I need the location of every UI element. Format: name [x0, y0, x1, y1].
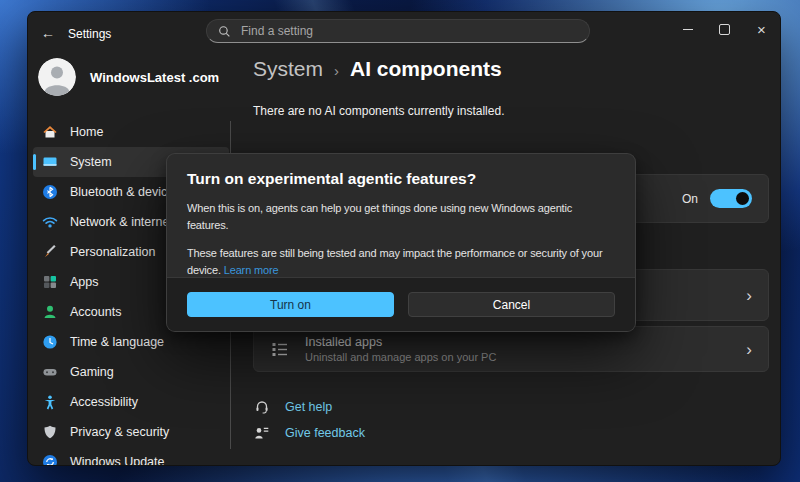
page-title: AI components — [350, 57, 502, 81]
sidebar-item-label: Home — [70, 125, 103, 139]
settings-window: ← Settings × WindowsLatest .com Home Sys… — [27, 11, 781, 466]
window-controls: × — [669, 12, 780, 46]
apps-icon — [42, 274, 58, 290]
get-help-label: Get help — [285, 400, 332, 414]
sidebar-item-label: Network & internet — [70, 215, 173, 229]
sidebar-item-windows-update[interactable]: Windows Update — [33, 447, 229, 466]
back-button[interactable]: ← — [34, 21, 62, 45]
dialog-footer: Turn on Cancel — [167, 277, 635, 331]
dialog-title: Turn on experimental agentic features? — [187, 170, 615, 188]
sidebar-item-label: Personalization — [70, 245, 155, 259]
dialog-text-1: When this is on, agents can help you get… — [187, 200, 615, 233]
learn-more-link[interactable]: Learn more — [224, 264, 279, 276]
cancel-button[interactable]: Cancel — [408, 292, 615, 317]
chevron-right-icon: › — [746, 287, 752, 304]
avatar — [38, 58, 76, 96]
sidebar-item-home[interactable]: Home — [33, 117, 229, 147]
sidebar-item-label: Accounts — [70, 305, 121, 319]
shield-icon — [42, 424, 58, 440]
close-icon: × — [757, 22, 766, 37]
accessibility-icon — [42, 394, 58, 410]
get-help-icon — [253, 398, 271, 416]
agentic-features-dialog: Turn on experimental agentic features? W… — [166, 153, 636, 332]
sidebar-item-gaming[interactable]: Gaming — [33, 357, 229, 387]
installed-apps-icon — [270, 340, 289, 359]
sidebar-item-label: Gaming — [70, 365, 114, 379]
agentic-features-toggle[interactable] — [710, 189, 752, 208]
gamepad-icon — [42, 364, 58, 380]
sidebar-item-label: Privacy & security — [70, 425, 169, 439]
search-box[interactable] — [206, 19, 590, 43]
bluetooth-icon — [42, 184, 58, 200]
give-feedback-icon — [253, 424, 271, 442]
breadcrumb-separator-icon: › — [334, 62, 339, 79]
turn-on-button[interactable]: Turn on — [187, 292, 394, 317]
get-help-link[interactable]: Get help — [253, 398, 332, 416]
give-feedback-label: Give feedback — [285, 426, 365, 440]
clock-icon — [42, 334, 58, 350]
search-icon — [218, 25, 231, 38]
sidebar-item-privacy-security[interactable]: Privacy & security — [33, 417, 229, 447]
close-button[interactable]: × — [743, 12, 780, 46]
app-title: Settings — [68, 27, 111, 41]
sidebar-item-label: Windows Update — [70, 455, 165, 466]
toggle-state-label: On — [682, 192, 698, 206]
update-icon — [42, 454, 58, 466]
dialog-body: Turn on experimental agentic features? W… — [167, 154, 635, 294]
minimize-button[interactable] — [669, 12, 706, 46]
paintbrush-icon — [42, 244, 58, 260]
person-icon — [42, 304, 58, 320]
home-icon — [42, 124, 58, 140]
account-name: WindowsLatest .com — [90, 70, 219, 85]
sidebar-item-label: Apps — [70, 275, 99, 289]
installed-apps-subtitle: Uninstall and manage apps on your PC — [305, 351, 730, 363]
system-icon — [42, 154, 58, 170]
sidebar-item-label: Bluetooth & devices — [70, 185, 181, 199]
sidebar-item-accessibility[interactable]: Accessibility — [33, 387, 229, 417]
empty-state-note: There are no AI components currently ins… — [253, 104, 504, 118]
maximize-icon — [719, 24, 730, 35]
dialog-text-2: These features are still being tested an… — [187, 245, 615, 278]
installed-apps-row[interactable]: Installed apps Uninstall and manage apps… — [253, 326, 769, 372]
chevron-right-icon: › — [746, 341, 752, 358]
breadcrumb: System › AI components — [253, 57, 502, 81]
minimize-icon — [683, 29, 693, 30]
sidebar-item-label: Accessibility — [70, 395, 138, 409]
back-icon: ← — [41, 25, 55, 41]
installed-apps-title: Installed apps — [305, 335, 730, 349]
sidebar-item-label: System — [70, 155, 112, 169]
wifi-icon — [42, 214, 58, 230]
search-input[interactable] — [239, 23, 578, 39]
sidebar-item-label: Time & language — [70, 335, 164, 349]
give-feedback-link[interactable]: Give feedback — [253, 424, 365, 442]
maximize-button[interactable] — [706, 12, 743, 46]
installed-apps-texts: Installed apps Uninstall and manage apps… — [305, 335, 730, 363]
toggle-knob — [736, 192, 749, 205]
breadcrumb-system[interactable]: System — [253, 57, 323, 81]
account-card[interactable]: WindowsLatest .com — [38, 58, 219, 96]
